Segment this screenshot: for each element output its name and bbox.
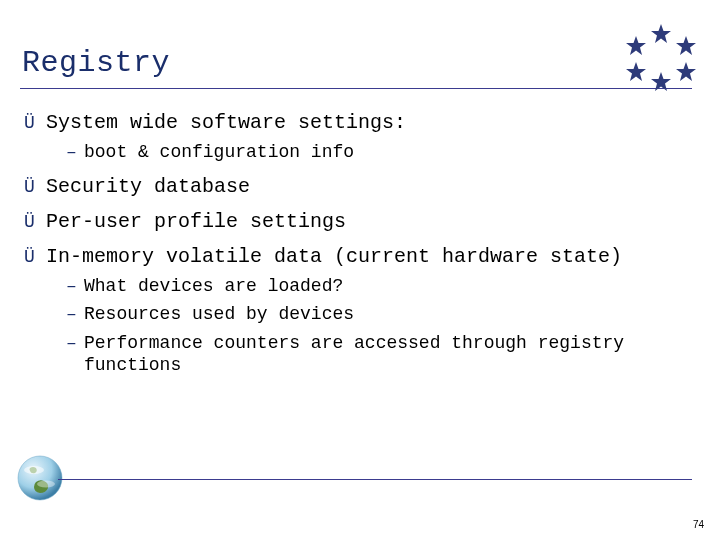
svg-marker-5 — [651, 72, 671, 91]
bullet-text: Per-user profile settings — [46, 209, 684, 234]
bullet-text: System wide software settings: — [46, 110, 684, 135]
bullet-arrow-icon: Ü — [24, 246, 42, 269]
svg-marker-4 — [676, 62, 696, 81]
sub-item: – Performance counters are accessed thro… — [66, 332, 684, 377]
slide: Registry Ü System wide software settings… — [0, 0, 720, 540]
bullet-arrow-icon: Ü — [24, 112, 42, 135]
sub-item: – boot & configuration info — [66, 141, 684, 164]
bullet-text: Security database — [46, 174, 684, 199]
bullet-text: In-memory volatile data (current hardwar… — [46, 244, 684, 269]
svg-marker-0 — [651, 24, 671, 43]
sub-dash-icon: – — [66, 303, 80, 326]
page-number: 74 — [693, 519, 704, 530]
svg-point-6 — [18, 456, 62, 500]
sub-dash-icon: – — [66, 332, 80, 355]
sub-text: What devices are loaded? — [84, 275, 684, 298]
bullet-arrow-icon: Ü — [24, 176, 42, 199]
sub-text: boot & configuration info — [84, 141, 684, 164]
bullet-item: Ü Security database — [24, 174, 684, 199]
sub-dash-icon: – — [66, 141, 80, 164]
globe-icon — [16, 454, 64, 502]
sub-item: – What devices are loaded? — [66, 275, 684, 298]
title-underline — [20, 88, 692, 89]
bullet-item: Ü System wide software settings: — [24, 110, 684, 135]
svg-point-7 — [24, 466, 44, 474]
slide-title: Registry — [22, 46, 170, 80]
bullet-arrow-icon: Ü — [24, 211, 42, 234]
sub-dash-icon: – — [66, 275, 80, 298]
sub-item: – Resources used by devices — [66, 303, 684, 326]
svg-marker-3 — [626, 62, 646, 81]
sub-text: Resources used by devices — [84, 303, 684, 326]
content-area: Ü System wide software settings: – boot … — [24, 100, 684, 383]
sub-text: Performance counters are accessed throug… — [84, 332, 684, 377]
svg-marker-2 — [676, 36, 696, 55]
bullet-item: Ü In-memory volatile data (current hardw… — [24, 244, 684, 269]
svg-point-8 — [37, 481, 55, 488]
svg-marker-1 — [626, 36, 646, 55]
stars-logo-icon — [616, 22, 706, 92]
footer-rule — [58, 479, 692, 480]
bullet-item: Ü Per-user profile settings — [24, 209, 684, 234]
